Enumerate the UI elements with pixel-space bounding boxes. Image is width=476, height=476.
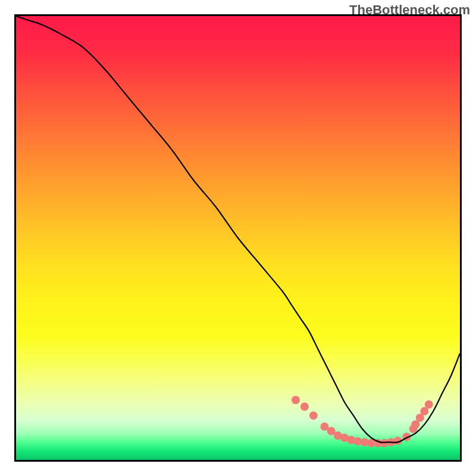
watermark: TheBottleneck.com bbox=[349, 2, 470, 18]
data-point-dot bbox=[309, 411, 318, 419]
data-point-dot bbox=[425, 400, 433, 409]
data-point-dot bbox=[300, 402, 309, 411]
bottleneck-curve-path bbox=[16, 16, 460, 443]
data-point-dots bbox=[292, 396, 433, 447]
chart-svg bbox=[16, 16, 460, 460]
data-point-dot bbox=[292, 396, 300, 404]
chart-frame bbox=[14, 14, 462, 462]
